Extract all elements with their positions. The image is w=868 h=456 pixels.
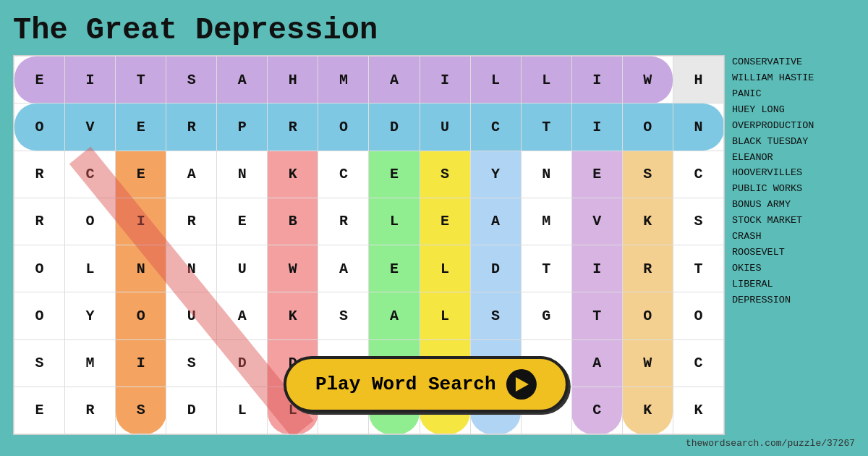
grid-cell: T — [521, 104, 571, 151]
grid-cell: S — [318, 292, 369, 339]
grid-cell: I — [420, 56, 470, 104]
grid-cell: O — [673, 292, 723, 339]
grid-cell: B — [268, 198, 318, 245]
grid-cell: E — [14, 387, 65, 434]
grid-cell: P — [217, 104, 268, 151]
grid-cell: O — [116, 292, 166, 339]
grid-cell: A — [217, 56, 268, 104]
grid-cell: C — [470, 104, 521, 151]
grid-cell: E — [217, 198, 268, 245]
grid-cell: E — [116, 151, 166, 198]
grid-cell: N — [166, 245, 217, 292]
grid-cell: S — [166, 339, 217, 387]
grid-cell: O — [622, 104, 673, 151]
word-list-item: HUEY LONG — [732, 103, 855, 118]
grid-cell: W — [622, 56, 673, 104]
grid-cell: M — [318, 56, 369, 104]
grid-cell: I — [571, 56, 622, 104]
grid-cell: M — [521, 198, 571, 245]
grid-cell: K — [268, 292, 318, 339]
word-list-item: HOOVERVILLES — [732, 166, 855, 181]
grid-cell: E — [116, 104, 166, 151]
grid-area: EITSAHMAILLIWHOVERPRODUCTIONRCEANKCESYNE… — [13, 55, 725, 435]
grid-cell: I — [571, 104, 622, 151]
grid-cell: E — [14, 56, 65, 104]
grid-cell: U — [420, 104, 470, 151]
grid-cell: L — [420, 292, 470, 339]
grid-cell: S — [116, 387, 166, 434]
grid-cell: C — [673, 339, 723, 387]
grid-cell: L — [521, 56, 571, 104]
play-button[interactable]: Play Word Search — [284, 356, 569, 413]
grid-cell: R — [622, 245, 673, 292]
grid-cell: S — [166, 56, 217, 104]
grid-cell: T — [116, 56, 166, 104]
grid-cell: R — [268, 104, 318, 151]
grid-cell: O — [14, 292, 65, 339]
grid-cell: U — [217, 245, 268, 292]
grid-cell: O — [14, 104, 65, 151]
grid-cell: R — [166, 198, 217, 245]
grid-cell: C — [571, 387, 622, 434]
grid-cell: V — [571, 198, 622, 245]
word-list-item: CRASH — [732, 229, 855, 245]
grid-cell: K — [673, 387, 723, 434]
grid-cell: E — [369, 245, 420, 292]
footer-url: thewordsearch.com/puzzle/37267 — [13, 435, 855, 449]
word-list-item: ROOSEVELT — [732, 245, 855, 261]
grid-cell: R — [166, 104, 217, 151]
grid-cell: I — [65, 56, 116, 104]
main-content: EITSAHMAILLIWHOVERPRODUCTIONRCEANKCESYNE… — [13, 55, 855, 435]
grid-cell: O — [622, 292, 673, 339]
grid-cell: K — [622, 387, 673, 434]
grid-cell: D — [217, 339, 268, 387]
grid-cell: T — [521, 245, 571, 292]
grid-cell: A — [166, 151, 217, 198]
grid-cell: Y — [470, 151, 521, 198]
grid-cell: I — [571, 245, 622, 292]
grid-cell: H — [673, 56, 723, 104]
grid-cell: R — [65, 387, 116, 434]
grid-cell: E — [420, 198, 470, 245]
grid-cell: N — [673, 104, 723, 151]
grid-cell: S — [470, 292, 521, 339]
grid-cell: I — [116, 339, 166, 387]
grid-cell: D — [470, 245, 521, 292]
grid-cell: N — [116, 245, 166, 292]
grid-cell: Y — [65, 292, 116, 339]
word-list-item: LIBERAL — [732, 277, 855, 292]
grid-cell: L — [65, 245, 116, 292]
grid-cell: L — [420, 245, 470, 292]
grid-cell: L — [470, 56, 521, 104]
grid-cell: V — [65, 104, 116, 151]
grid-cell: S — [622, 151, 673, 198]
grid-cell: K — [622, 198, 673, 245]
grid-cell: S — [14, 339, 65, 387]
grid-cell: U — [166, 292, 217, 339]
grid-cell: D — [369, 104, 420, 151]
grid-cell: A — [470, 198, 521, 245]
grid-cell: T — [571, 292, 622, 339]
grid-cell: C — [65, 151, 116, 198]
grid-cell: D — [166, 387, 217, 434]
word-list-item: DEPRESSION — [732, 293, 855, 308]
grid-cell: A — [217, 292, 268, 339]
word-list-item: OKIES — [732, 261, 855, 276]
word-list-item: BONUS ARMY — [732, 198, 855, 213]
grid-cell: E — [571, 151, 622, 198]
grid-cell: H — [268, 56, 318, 104]
grid-cell: W — [268, 245, 318, 292]
grid-cell: G — [521, 292, 571, 339]
grid-cell: E — [369, 151, 420, 198]
word-list-item: ELEANOR — [732, 151, 855, 166]
grid-cell: W — [622, 339, 673, 387]
word-list-item: OVERPRODUCTION — [732, 119, 855, 134]
grid-cell: R — [318, 198, 369, 245]
grid-cell: L — [217, 387, 268, 434]
grid-cell: C — [318, 151, 369, 198]
grid-cell: K — [268, 151, 318, 198]
grid-cell: T — [673, 245, 723, 292]
word-list-item: PANIC — [732, 87, 855, 102]
grid-cell: M — [65, 339, 116, 387]
word-list-item: STOCK MARKET — [732, 214, 855, 229]
